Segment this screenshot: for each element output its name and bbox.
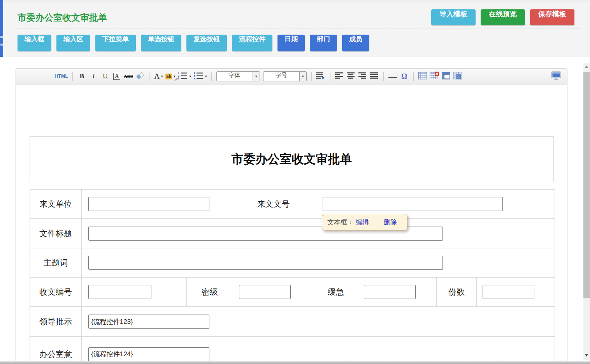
doc-title-label: 文件标题	[30, 219, 82, 248]
font-frame-icon: A	[113, 73, 120, 80]
horizontal-rule-button[interactable]	[388, 71, 397, 81]
insert-radio-button[interactable]: 单选按钮	[141, 35, 181, 51]
edit-link[interactable]: 编辑	[356, 218, 369, 227]
vertical-scrollbar[interactable]	[583, 63, 590, 360]
source-unit-cell	[82, 190, 233, 219]
align-justify-icon	[370, 72, 378, 81]
table-row: 文件标题	[30, 219, 555, 248]
font-size-value: 字号	[263, 72, 299, 81]
insert-department-button[interactable]: 部门	[310, 35, 337, 51]
insert-date-button[interactable]: 日期	[277, 35, 305, 51]
toolbar-separator	[413, 72, 414, 81]
copies-input[interactable]	[483, 285, 534, 299]
insert-flow-control-button[interactable]: 流程控件	[232, 35, 272, 51]
page-title: 市委办公室收文审批单	[18, 12, 107, 24]
svg-text:2: 2	[178, 74, 179, 77]
cell-properties-icon	[453, 72, 462, 81]
tooltip-type-label: 文本框：	[327, 218, 354, 227]
horizontal-rule-icon	[388, 73, 397, 80]
svg-text:1: 1	[178, 72, 179, 74]
leader-comment-cell	[82, 307, 555, 337]
urgency-input[interactable]	[364, 285, 416, 299]
align-center-icon	[347, 72, 355, 81]
pencil-icon	[174, 76, 178, 83]
insert-dropdown-button[interactable]: 下拉菜单	[95, 35, 136, 51]
font-size-select[interactable]: 字号 ▼	[263, 71, 307, 81]
toolbar-separator	[311, 72, 312, 81]
editor-document[interactable]: 市委办公室收文审批单 来文单位 来文文号 文件标题	[16, 84, 567, 364]
italic-button[interactable]: I	[89, 71, 98, 81]
urgency-label: 缓急	[314, 278, 358, 307]
form-table: 来文单位 来文文号 文件标题 主题词	[30, 189, 555, 364]
insert-table-button[interactable]	[418, 71, 427, 81]
bold-button[interactable]: B	[77, 71, 86, 81]
strip-icon-fragment	[0, 36, 3, 38]
form-title-box: 市委办公室收文审批单	[30, 136, 554, 182]
scroll-down-arrow-icon[interactable]	[585, 354, 588, 357]
font-color-button[interactable]: A	[154, 71, 163, 81]
insert-textarea-button[interactable]: 输入区	[56, 35, 90, 51]
copies-label: 份数	[437, 278, 477, 307]
import-template-button[interactable]: 导入模板	[431, 9, 476, 25]
form-title: 市委办公室收文审批单	[232, 151, 352, 167]
align-center-button[interactable]	[346, 71, 356, 81]
align-left-icon	[335, 72, 343, 81]
highlight-button[interactable]: ab	[165, 71, 175, 81]
source-unit-input[interactable]	[88, 197, 209, 211]
doc-title-cell	[82, 219, 555, 248]
html-source-button[interactable]: HTML	[54, 71, 68, 81]
ordered-list-button[interactable]: 123	[178, 71, 191, 81]
delete-table-icon	[430, 72, 439, 81]
align-justify-button[interactable]	[370, 71, 379, 81]
special-char-button[interactable]: Ω	[400, 71, 409, 81]
doc-number-input[interactable]	[323, 197, 503, 211]
background-window-strip	[0, 0, 3, 57]
insert-table-icon	[418, 72, 427, 81]
save-template-button[interactable]: 保存模板	[530, 9, 574, 25]
online-preview-button[interactable]: 在线预览	[481, 9, 525, 25]
receipt-number-input[interactable]	[88, 285, 151, 299]
office-opinion-input[interactable]	[88, 347, 209, 361]
scroll-up-arrow-icon[interactable]	[585, 65, 588, 68]
align-right-button[interactable]	[358, 71, 367, 81]
underline-icon: U	[103, 72, 107, 80]
underline-button[interactable]: U	[100, 71, 110, 81]
header-panel: 市委办公室收文审批单 导入模板 在线预览 保存模板 输入框 输入区 下拉菜单 单…	[3, 2, 590, 57]
align-left-button[interactable]	[335, 71, 344, 81]
indent-button[interactable]	[316, 71, 326, 81]
strikethrough-button[interactable]: ABC	[124, 71, 133, 81]
editor-toolbar: HTML B I U A ABC A ab	[16, 69, 567, 84]
font-frame-button[interactable]: A	[112, 71, 121, 81]
table-properties-button[interactable]	[441, 71, 451, 81]
keywords-input[interactable]	[88, 256, 443, 270]
insert-checkbox-button[interactable]: 复选按钮	[186, 35, 227, 51]
doc-number-label: 来文文号	[233, 190, 314, 219]
ordered-list-icon: 123	[178, 72, 188, 81]
delete-link[interactable]: 删除	[384, 218, 397, 227]
toolbar-separator	[330, 72, 330, 81]
receipt-number-label: 收文编号	[30, 278, 82, 307]
secrecy-cell	[233, 278, 314, 307]
office-opinion-cell	[82, 337, 555, 364]
keywords-label: 主题词	[30, 248, 82, 278]
cell-properties-button[interactable]	[453, 71, 462, 81]
delete-table-button[interactable]	[430, 71, 439, 81]
table-row: 来文单位 来文文号	[30, 190, 555, 219]
align-right-icon	[358, 72, 367, 81]
fullscreen-button[interactable]	[551, 71, 561, 81]
insert-member-button[interactable]: 成员	[342, 35, 369, 51]
unordered-list-button[interactable]	[193, 71, 207, 81]
secrecy-input[interactable]	[239, 285, 291, 299]
toolbar-separator	[72, 72, 73, 81]
leader-comment-input[interactable]	[88, 315, 209, 329]
table-properties-icon	[442, 72, 450, 81]
remove-format-button[interactable]	[135, 71, 145, 81]
scrollbar-thumb[interactable]	[583, 72, 590, 298]
source-unit-label: 来文单位	[30, 190, 82, 219]
strip-icon-fragment	[0, 44, 3, 46]
unordered-list-icon	[193, 72, 204, 81]
insert-input-box-button[interactable]: 输入框	[18, 35, 51, 51]
urgency-cell	[358, 278, 437, 307]
toolbar-separator	[149, 72, 149, 81]
font-family-select[interactable]: 字体 ▼	[216, 71, 260, 81]
